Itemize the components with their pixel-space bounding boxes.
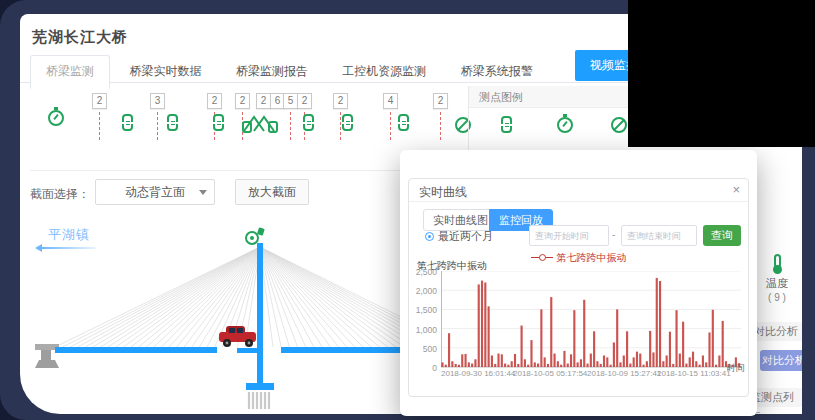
dialog-title: 实时曲线 <box>419 184 467 201</box>
range-radio[interactable]: 最近两个月 <box>425 229 493 244</box>
stopwatch-legend-icon <box>557 117 573 133</box>
x-axis-title: 时间 <box>727 362 745 375</box>
sensor-dash-line <box>390 112 391 140</box>
radio-icon <box>425 232 434 241</box>
range-radio-label: 最近两个月 <box>438 230 493 242</box>
chain-sensor-icon[interactable] <box>342 114 353 131</box>
bridge-pier-piles <box>249 392 269 409</box>
chain-sensor-icon[interactable] <box>122 114 133 131</box>
car-illustration <box>219 326 256 347</box>
sensor-dash-line <box>440 112 441 140</box>
y-axis-tick: 1,500 <box>409 305 437 315</box>
realtime-curve-modal: 实时曲线 × 实时曲线图 监控回放 最近两个月 - 查询 第七跨跨中振动 第七跨… <box>400 150 757 416</box>
temperature-count: ( 9 ) <box>753 292 801 303</box>
x-axis-tick: 2018-10-09 15:27:41 <box>587 369 661 378</box>
end-time-input[interactable] <box>621 225 697 246</box>
legend-label: 第七跨跨中振动 <box>557 252 627 263</box>
chain-sensor-icon[interactable] <box>167 114 178 131</box>
sensor-badge: 2 <box>433 93 448 109</box>
sensor-badge: 2 <box>235 93 250 109</box>
bridge-section-sensor-icon[interactable] <box>241 110 279 134</box>
ban-legend-icon <box>611 117 627 133</box>
y-axis-tick: 0 <box>409 363 437 373</box>
range-separator: - <box>612 229 615 240</box>
chevron-down-icon <box>199 190 207 195</box>
chain-sensor-icon[interactable] <box>303 114 314 131</box>
curve-dialog: 实时曲线 × 实时曲线图 监控回放 最近两个月 - 查询 第七跨跨中振动 第七跨… <box>408 178 749 397</box>
chain-sensor-icon[interactable] <box>398 114 409 131</box>
sensor-dash-line <box>157 112 158 140</box>
enlarge-section-button[interactable]: 放大截面 <box>235 179 309 205</box>
y-axis-tick: 2,500 <box>409 267 437 277</box>
bridge-deck <box>55 347 217 353</box>
sensor-badge: 2 <box>297 93 312 109</box>
compare-analysis-button[interactable]: 对比分析 <box>760 350 802 371</box>
chain-legend-icon <box>501 116 512 133</box>
sensor-dash-line <box>99 112 100 140</box>
page-background: 芜湖长江大桥 桥梁监测 桥梁实时数据 桥梁监测报告 工控机资源监测 桥梁系统报警… <box>0 0 815 420</box>
section-select-label: 截面选择： <box>30 186 90 203</box>
y-axis-tick: 500 <box>409 344 437 354</box>
dialog-header: 实时曲线 × <box>409 179 748 202</box>
camera-icon[interactable] <box>246 227 265 244</box>
black-overlay-block <box>628 0 815 147</box>
y-axis-tick: 2,000 <box>409 286 437 296</box>
thermometer-icon <box>774 254 781 268</box>
sensor-badge: 2 <box>207 93 222 109</box>
chain-sensor-icon[interactable] <box>213 114 224 131</box>
x-axis-tick: 2018-09-30 16:01:44 <box>441 369 515 378</box>
stopwatch-icon[interactable] <box>48 110 64 126</box>
bridge-diagram <box>25 225 465 414</box>
bridge-pier-cap <box>246 383 274 390</box>
legend-marker-icon <box>531 257 553 258</box>
sensor-badge: 2 <box>92 93 107 109</box>
tab-realtime-curve[interactable]: 实时曲线图 <box>423 209 498 231</box>
section-select-value: 动态背立面 <box>125 185 185 199</box>
close-icon[interactable]: × <box>732 182 740 197</box>
x-axis-tick: 2018-10-05 05:17:54 <box>513 369 587 378</box>
section-select-dropdown[interactable]: 动态背立面 <box>95 179 215 205</box>
sensor-badge: 4 <box>383 93 398 109</box>
start-time-input[interactable] <box>529 225 609 246</box>
sensor-badge: 2 <box>333 93 348 109</box>
sensor-badge: 3 <box>150 93 165 109</box>
temperature-label: 温度 <box>753 276 801 291</box>
vibration-chart-svg <box>441 271 741 368</box>
x-axis-tick: 2018-10-15 11:03:41 <box>657 369 731 378</box>
y-axis-tick: 1,000 <box>409 325 437 335</box>
sensor-badge: 5 <box>283 93 298 109</box>
sidebar-temperature-item[interactable]: 温度 ( 9 ) <box>753 254 801 303</box>
search-button[interactable]: 查询 <box>703 225 741 246</box>
sensor-dash-line <box>340 112 341 140</box>
sensor-badge: 2 <box>256 93 271 109</box>
bridge-tower <box>257 243 263 389</box>
sensor-dash-line <box>290 112 291 140</box>
